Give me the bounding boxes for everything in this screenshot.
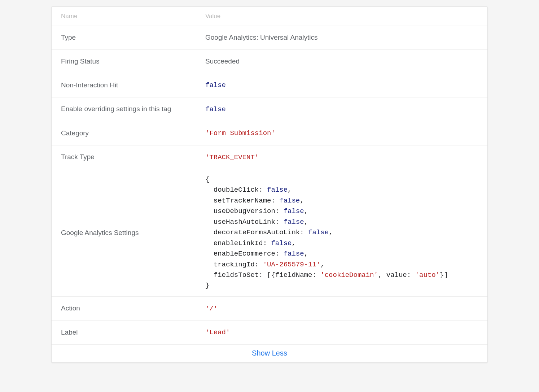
table-row: Enable overriding settings in this tag f…: [52, 97, 487, 121]
table-row: Action '/': [52, 296, 487, 321]
column-header-value: Value: [196, 7, 487, 26]
tag-details-table: Name Value Type Google Analytics: Univer…: [52, 7, 487, 345]
row-value-action: '/': [196, 296, 487, 321]
card-footer: Show Less: [52, 345, 487, 362]
row-value-category: 'Form Submission': [196, 121, 487, 145]
table-row: Label 'Lead': [52, 321, 487, 345]
row-value-track-type: 'TRACK_EVENT': [196, 145, 487, 169]
row-value-enable-override: false: [196, 97, 487, 121]
row-value-non-interaction: false: [196, 73, 487, 97]
row-name-label: Label: [52, 321, 196, 345]
row-name-ga-settings: Google Analytics Settings: [52, 169, 196, 297]
table-row: Google Analytics Settings { doubleClick:…: [52, 169, 487, 297]
table-row: Non-Interaction Hit false: [52, 73, 487, 97]
ga-settings-code: { doubleClick: false, setTrackerName: fa…: [205, 174, 478, 291]
row-value-ga-settings: { doubleClick: false, setTrackerName: fa…: [196, 169, 487, 297]
column-header-name: Name: [52, 7, 196, 26]
row-name-category: Category: [52, 121, 196, 145]
row-value-label: 'Lead': [196, 321, 487, 345]
table-row: Type Google Analytics: Universal Analyti…: [52, 26, 487, 50]
row-value-firing-status: Succeeded: [196, 49, 487, 73]
row-value-type: Google Analytics: Universal Analytics: [196, 26, 487, 50]
row-name-track-type: Track Type: [52, 145, 196, 169]
table-row: Category 'Form Submission': [52, 121, 487, 145]
row-name-type: Type: [52, 26, 196, 50]
row-name-enable-override: Enable overriding settings in this tag: [52, 97, 196, 121]
row-name-firing-status: Firing Status: [52, 49, 196, 73]
table-row: Track Type 'TRACK_EVENT': [52, 145, 487, 169]
row-name-action: Action: [52, 296, 196, 321]
row-name-non-interaction: Non-Interaction Hit: [52, 73, 196, 97]
tag-details-card: Name Value Type Google Analytics: Univer…: [51, 6, 488, 363]
show-less-button[interactable]: Show Less: [252, 349, 287, 357]
table-row: Firing Status Succeeded: [52, 49, 487, 73]
